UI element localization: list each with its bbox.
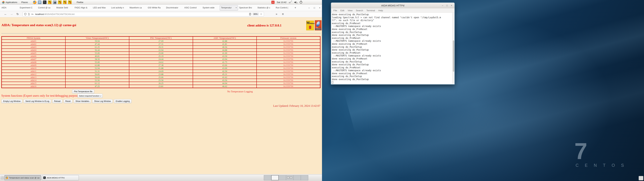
- terminal-line: ::MASTERTS namespace already exists: [332, 54, 452, 57]
- cell-firmware: 0x3350706: [256, 55, 320, 58]
- midas-icon[interactable]: [63, 0, 66, 4]
- tab[interactable]: Module Setti: [55, 5, 74, 10]
- corner-applet[interactable]: [639, 176, 643, 180]
- workspace-cell[interactable]: [301, 175, 308, 180]
- cell-virtex-temp: 55.00: [66, 52, 129, 55]
- reload-button[interactable]: Reload: [52, 99, 62, 103]
- cell-firmware: 0x3350706: [256, 42, 320, 46]
- enable-logging-button[interactable]: Enable Logging: [114, 99, 132, 103]
- show-variables-button[interactable]: Show Variables: [74, 99, 91, 103]
- centos-7-numeral: 7: [574, 138, 587, 164]
- cell-asic-temp: 42.88: [193, 40, 256, 42]
- terminal-output[interactable]: done executing do_PostSetuploading Spect…: [331, 13, 454, 84]
- tab[interactable]: Run Control (: [274, 5, 293, 10]
- cell-psu-temp: 24.62: [129, 61, 193, 64]
- applications-menu[interactable]: Applications: [0, 0, 19, 4]
- file-manager-icon[interactable]: [38, 0, 42, 4]
- table-row: aida0456.4422.9444.880x3350706: [2, 48, 320, 52]
- tab[interactable]: Statistics @ c: [256, 5, 274, 10]
- network-icon[interactable]: ?: [289, 1, 292, 4]
- terminal-close-button[interactable]: ×: [451, 4, 452, 7]
- plot-temperature-button[interactable]: Plot Temperature file: [72, 90, 94, 94]
- reload-button[interactable]: ↻: [16, 12, 20, 16]
- navigation-bar: ← → ↻ localhost:8015/AIDA/TSCAN/TSCAN.tm…: [0, 11, 322, 17]
- firefox-window: AIDAExperiment CControl @ caModule Setti…: [0, 4, 322, 174]
- taskbar-button[interactable]: AIDA MIDAS HTTPd: [42, 175, 79, 180]
- shield-icon[interactable]: [24, 13, 26, 16]
- tab-label: Experiment C: [20, 6, 36, 9]
- back-button[interactable]: ←: [4, 12, 8, 16]
- page-info-icon[interactable]: [28, 13, 30, 16]
- terminal-titlebar[interactable]: AIDA MIDAS HTTPd – □ ×: [331, 3, 454, 8]
- cell-asic-temp: 43.94: [193, 58, 256, 61]
- window-close-button[interactable]: ×: [319, 6, 320, 9]
- terminal-minimize-button[interactable]: –: [442, 4, 443, 7]
- overflow-menu-icon[interactable]: »: [276, 12, 277, 16]
- show-desktop-icon[interactable]: [1, 176, 4, 179]
- midas-icon[interactable]: [48, 0, 52, 4]
- empty-log-window-button[interactable]: Empty Log Window: [1, 99, 22, 103]
- terminal-line: ::MASTERTS namespace already exists: [332, 25, 452, 28]
- new-tab-button[interactable]: +: [293, 6, 298, 10]
- function-select[interactable]: Select required function: [78, 94, 103, 98]
- screenshot-icon[interactable]: [53, 0, 56, 4]
- bookmark-star-icon[interactable]: ☆: [260, 12, 262, 16]
- places-menu[interactable]: Places: [19, 0, 30, 4]
- app-menu-icon[interactable]: ≡: [282, 12, 284, 16]
- taskbar-button[interactable]: Temperature and status scan @ car...: [4, 175, 41, 180]
- midas-icon[interactable]: [58, 0, 62, 4]
- tab-label: GSI White Ra: [148, 6, 164, 9]
- notification-icon[interactable]: »: [271, 1, 274, 4]
- tab[interactable]: LED and Wav: [92, 5, 110, 10]
- midas-icon[interactable]: [68, 0, 72, 4]
- volume-muted-icon[interactable]: x: [294, 1, 298, 4]
- url-bar[interactable]: localhost:8015/AIDA/TSCAN/TSCAN.tml 80% …: [22, 12, 264, 16]
- scrollbar-thumb[interactable]: [453, 40, 454, 72]
- terminal-menu-file[interactable]: File: [332, 9, 339, 12]
- window-minimize-button[interactable]: –: [308, 6, 310, 9]
- tab[interactable]: AIDA: [0, 5, 18, 10]
- tab[interactable]: Waveform ca: [128, 5, 146, 10]
- terminal-scrollbar[interactable]: [452, 13, 454, 84]
- terminal-menu-view[interactable]: View: [346, 9, 354, 12]
- tab-active[interactable]: Temperatur×: [220, 5, 238, 10]
- tab[interactable]: FADC Align &: [74, 5, 92, 10]
- cell-asic-temp: 41.62: [193, 76, 256, 79]
- terminal-menu-search[interactable]: Search: [354, 9, 365, 12]
- show-log-window-button[interactable]: Show Log Window: [92, 99, 112, 103]
- terminal-menu-edit[interactable]: Edit: [339, 9, 346, 12]
- connection-icon[interactable]: [31, 13, 34, 15]
- firefox-icon[interactable]: [33, 0, 36, 4]
- top-panel: Applications Places Firefox » Sat 13:42 …: [0, 0, 322, 4]
- reset-button[interactable]: Reset: [64, 99, 72, 103]
- tab[interactable]: Spectrum Bro: [238, 5, 256, 10]
- cell-system: aida07: [2, 58, 66, 61]
- terminal-icon[interactable]: [43, 0, 46, 4]
- tab[interactable]: Discriminator: [165, 5, 183, 10]
- zoom-level-chip[interactable]: 80%: [252, 13, 259, 16]
- workspace-cell[interactable]: [278, 175, 286, 180]
- reader-mode-icon[interactable]: [249, 13, 251, 16]
- table-header-row: FEE64 SystemVirtex Temperature(65C)PSU T…: [2, 36, 320, 40]
- workspace-cell[interactable]: [264, 175, 271, 180]
- tab[interactable]: Experiment C: [18, 5, 37, 10]
- cell-system: aida16: [2, 85, 66, 88]
- tab[interactable]: ASIC Control: [183, 5, 202, 10]
- window-restore-button[interactable]: □: [314, 6, 315, 9]
- power-icon[interactable]: [300, 1, 302, 4]
- terminal-menu-terminal[interactable]: Terminal: [365, 9, 377, 12]
- send-log-window-to-elog-button[interactable]: Send Log Window to ELog: [24, 99, 51, 103]
- workspace-cell[interactable]: [293, 175, 301, 180]
- tab[interactable]: System wide: [202, 5, 220, 10]
- forward-button[interactable]: →: [10, 12, 14, 16]
- cell-asic-temp: 41.75: [193, 61, 256, 64]
- tab[interactable]: Lost activity n: [110, 5, 128, 10]
- tab[interactable]: GSI White Ra: [146, 5, 165, 10]
- workspace-cell[interactable]: [271, 175, 279, 180]
- workspace-cell[interactable]: [286, 175, 294, 180]
- clock[interactable]: Sat 13:42: [277, 1, 286, 4]
- tab-close-icon[interactable]: ×: [236, 6, 237, 9]
- tab[interactable]: Control @ ca: [37, 5, 55, 10]
- terminal-menu-help[interactable]: Help: [377, 9, 385, 12]
- terminal-maximize-button[interactable]: □: [446, 4, 448, 7]
